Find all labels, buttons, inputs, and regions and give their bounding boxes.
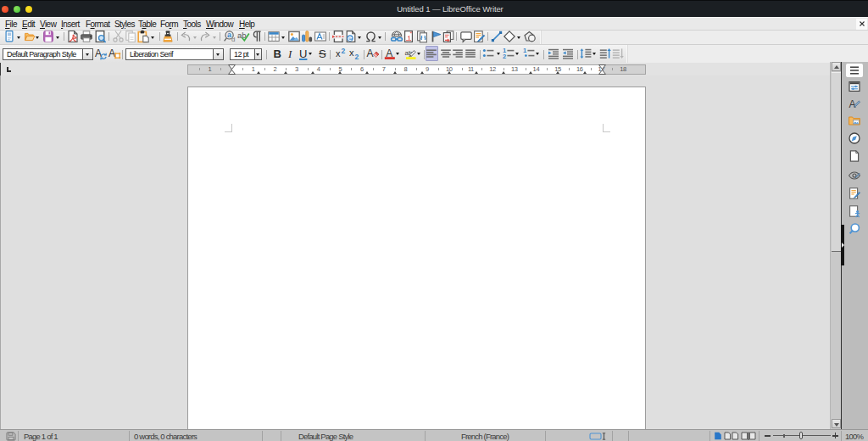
svg-text:2: 2 <box>503 53 506 60</box>
svg-text:2: 2 <box>355 53 359 61</box>
svg-text:A: A <box>95 47 102 59</box>
svg-text:d: d <box>231 36 235 43</box>
svg-text:x: x <box>336 48 341 59</box>
svg-text:1: 1 <box>523 47 526 54</box>
svg-text:x: x <box>349 47 354 58</box>
svg-text:A: A <box>108 47 115 59</box>
svg-text:A: A <box>849 98 856 110</box>
svg-text:A: A <box>367 47 374 59</box>
svg-text:2: 2 <box>342 47 346 55</box>
